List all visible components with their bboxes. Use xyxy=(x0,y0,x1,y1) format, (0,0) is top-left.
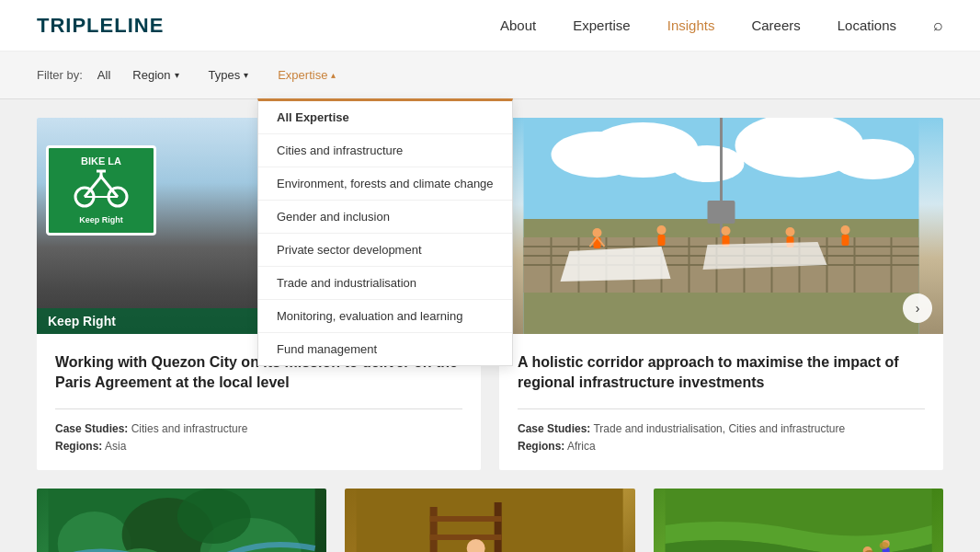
filter-expertise[interactable]: Expertise ▴ xyxy=(270,64,343,86)
svg-rect-73 xyxy=(430,516,502,522)
svg-rect-71 xyxy=(430,507,438,552)
chevron-down-icon: ▾ xyxy=(175,70,179,80)
dropdown-item-gender[interactable]: Gender and inclusion xyxy=(258,201,512,234)
dropdown-item-fund[interactable]: Fund management xyxy=(258,333,512,365)
bicycle-icon xyxy=(74,167,129,209)
card-divider-2 xyxy=(518,408,925,409)
svg-point-59 xyxy=(841,225,850,235)
dropdown-item-environment[interactable]: Environment, forests and climate change xyxy=(258,167,512,201)
svg-point-26 xyxy=(671,145,745,182)
svg-point-28 xyxy=(832,139,915,179)
svg-point-7 xyxy=(99,175,103,178)
expertise-dropdown: All Expertise Cities and infrastructure … xyxy=(257,98,513,366)
svg-rect-74 xyxy=(430,535,502,540)
filter-all[interactable]: All xyxy=(97,68,110,82)
logo: TRIPLELINE xyxy=(37,14,164,38)
svg-rect-50 xyxy=(594,237,601,248)
nav-careers[interactable]: Careers xyxy=(751,17,800,33)
card-fields[interactable] xyxy=(654,489,943,552)
dropdown-item-private[interactable]: Private sector development xyxy=(258,234,512,267)
svg-rect-48 xyxy=(708,201,735,224)
svg-point-55 xyxy=(722,226,731,236)
nav-insights[interactable]: Insights xyxy=(667,17,715,33)
card-corridor: › A holistic corridor approach to maximi… xyxy=(499,118,943,470)
filter-region[interactable]: Region ▾ xyxy=(125,64,186,86)
search-icon[interactable]: ⌕ xyxy=(933,16,943,35)
card-divider xyxy=(55,408,462,409)
svg-point-85 xyxy=(879,542,888,549)
chevron-up-icon: ▴ xyxy=(331,70,336,80)
dropdown-item-cities[interactable]: Cities and infrastructure xyxy=(258,134,512,167)
dropdown-item-trade[interactable]: Trade and industrialisation xyxy=(258,267,512,300)
svg-point-53 xyxy=(657,225,667,235)
cards-row-bottom xyxy=(37,489,943,552)
filter-label: Filter by: xyxy=(37,68,83,82)
svg-rect-54 xyxy=(658,235,666,246)
svg-point-49 xyxy=(593,228,602,237)
card-arrow-corridor[interactable]: › xyxy=(903,293,932,323)
card-quezon-meta: Case Studies: Cities and infrastructure … xyxy=(55,420,462,455)
svg-point-68 xyxy=(177,489,251,544)
dropdown-item-monitoring[interactable]: Monitoring, evaluation and learning xyxy=(258,300,512,333)
construction-svg xyxy=(499,118,943,334)
svg-rect-72 xyxy=(495,502,502,552)
forest-img xyxy=(37,489,326,552)
nav-expertise[interactable]: Expertise xyxy=(573,17,631,33)
nav-locations[interactable]: Locations xyxy=(838,17,896,33)
chevron-down-icon: ▾ xyxy=(244,70,248,80)
construction-bg xyxy=(499,118,943,334)
main-nav: About Expertise Insights Careers Locatio… xyxy=(500,16,943,35)
card-corridor-body: A holistic corridor approach to maximise… xyxy=(499,334,943,470)
nav-about[interactable]: About xyxy=(500,17,536,33)
svg-point-57 xyxy=(786,227,795,236)
header: TRIPLELINE About Expertise Insights Care… xyxy=(0,0,980,52)
filter-types[interactable]: Types ▾ xyxy=(201,64,256,86)
card-corridor-image: › xyxy=(499,118,943,334)
svg-marker-61 xyxy=(561,247,671,282)
dropdown-item-all[interactable]: All Expertise xyxy=(258,101,512,134)
card-corridor-meta: Case Studies: Trade and industrialisatio… xyxy=(518,420,925,455)
card-forest[interactable] xyxy=(37,489,326,552)
svg-marker-62 xyxy=(703,242,827,270)
svg-rect-60 xyxy=(842,235,849,246)
bike-sign: BIKE LA Keep Right xyxy=(46,145,156,236)
card-worker[interactable] xyxy=(345,489,634,552)
fields-img xyxy=(654,489,943,552)
card-corridor-title: A holistic corridor approach to maximise… xyxy=(518,352,925,394)
worker-img xyxy=(345,489,634,552)
filter-bar: Filter by: All Region ▾ Types ▾ Expertis… xyxy=(0,52,980,99)
